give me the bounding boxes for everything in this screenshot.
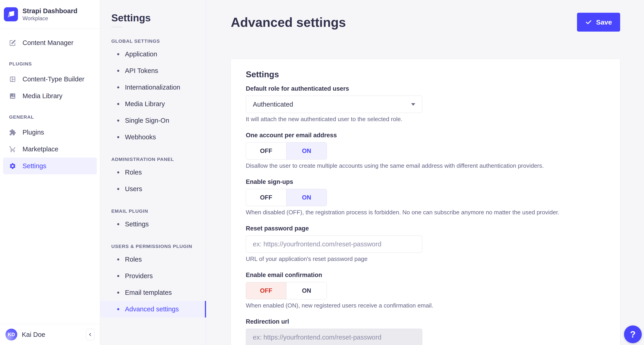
chevron-left-icon bbox=[88, 332, 93, 337]
subnav-item-media-library[interactable]: Media Library bbox=[100, 96, 206, 112]
field-enable-sign-ups: Enable sign-ups OFF ON When disabled (OF… bbox=[246, 178, 605, 216]
subnav-item-up-roles[interactable]: Roles bbox=[100, 251, 206, 268]
reset-password-page-input[interactable] bbox=[246, 235, 422, 253]
subnav-item-internationalization[interactable]: Internationalization bbox=[100, 79, 206, 96]
subnav-item-admin-roles[interactable]: Roles bbox=[100, 164, 206, 181]
bullet-icon bbox=[117, 103, 119, 105]
subnav-item-label: Email templates bbox=[125, 289, 172, 296]
subnav-item-email-settings[interactable]: Settings bbox=[100, 216, 206, 232]
brand-text: Strapi Dashboard Workplace bbox=[22, 7, 78, 22]
subnav-item-label: Advanced settings bbox=[125, 305, 179, 313]
sidebar-item-label: Content Manager bbox=[22, 39, 73, 47]
subnav-item-label: Roles bbox=[125, 169, 142, 176]
subnav-item-admin-users[interactable]: Users bbox=[100, 181, 206, 197]
toggle-off-option[interactable]: OFF bbox=[246, 282, 286, 299]
subnav-item-label: Roles bbox=[125, 256, 142, 263]
app-title: Strapi Dashboard bbox=[22, 7, 78, 15]
strapi-logo-icon bbox=[4, 7, 18, 21]
image-icon bbox=[9, 93, 16, 100]
field-description: URL of your application's reset password… bbox=[246, 255, 605, 262]
field-label: Default role for authenticated users bbox=[246, 85, 605, 93]
subnav-title: Settings bbox=[111, 13, 206, 23]
settings-subnav: Settings GLOBAL SETTINGS Application API… bbox=[100, 0, 206, 345]
sidebar-item-media-library[interactable]: Media Library bbox=[3, 88, 97, 104]
default-role-select[interactable]: Authenticated bbox=[246, 96, 422, 113]
subnav-divider bbox=[111, 27, 122, 27]
puzzle-icon bbox=[9, 129, 16, 136]
subnav-section-email-plugin: EMAIL PLUGIN bbox=[111, 208, 206, 214]
field-default-role: Default role for authenticated users Aut… bbox=[246, 85, 605, 123]
subnav-section-administration-panel: ADMINISTRATION PANEL bbox=[111, 156, 206, 162]
sidebar-item-settings[interactable]: Settings bbox=[3, 158, 97, 174]
user-menu[interactable]: KD Kai Doe bbox=[6, 329, 81, 340]
subnav-item-label: Providers bbox=[125, 272, 153, 280]
layout-grid-icon bbox=[9, 76, 16, 83]
user-name: Kai Doe bbox=[22, 331, 81, 338]
field-label: Enable sign-ups bbox=[246, 178, 605, 186]
toggle-on-option[interactable]: ON bbox=[286, 282, 327, 299]
bullet-icon bbox=[117, 70, 119, 72]
field-label: Redirection url bbox=[246, 318, 605, 325]
cart-icon bbox=[9, 146, 16, 153]
sidebar-item-label: Settings bbox=[22, 162, 46, 170]
main-nav: Content Manager PLUGINS Content-Type Bui… bbox=[0, 29, 100, 324]
subnav-item-webhooks[interactable]: Webhooks bbox=[100, 129, 206, 145]
subnav-item-application[interactable]: Application bbox=[100, 46, 206, 63]
sidebar-item-label: Content-Type Builder bbox=[22, 76, 84, 83]
bullet-icon bbox=[117, 258, 119, 260]
card-title: Settings bbox=[246, 69, 605, 80]
main-sidebar: Strapi Dashboard Workplace Content Manag… bbox=[0, 0, 100, 345]
sidebar-item-label: Plugins bbox=[22, 129, 44, 136]
page-title: Advanced settings bbox=[231, 14, 346, 30]
sidebar-item-label: Marketplace bbox=[22, 145, 58, 153]
sidebar-item-label: Media Library bbox=[22, 92, 62, 100]
subnav-item-single-sign-on[interactable]: Single Sign-On bbox=[100, 112, 206, 129]
toggle-off-option[interactable]: OFF bbox=[246, 143, 286, 159]
brand-link[interactable]: Strapi Dashboard Workplace bbox=[0, 0, 100, 29]
help-button[interactable]: ? bbox=[624, 325, 642, 343]
bullet-icon bbox=[117, 308, 119, 310]
sidebar-item-content-manager[interactable]: Content Manager bbox=[3, 34, 97, 51]
subnav-item-label: Users bbox=[125, 185, 142, 193]
settings-card: Settings Default role for authenticated … bbox=[231, 59, 620, 345]
bullet-icon bbox=[117, 171, 119, 173]
field-enable-email-confirmation: Enable email confirmation OFF ON When en… bbox=[246, 271, 605, 309]
page-header: Advanced settings Save bbox=[231, 13, 620, 32]
save-button[interactable]: Save bbox=[577, 13, 620, 32]
toggle-off-option[interactable]: OFF bbox=[246, 189, 286, 206]
subnav-item-label: Settings bbox=[125, 220, 149, 228]
gear-icon bbox=[9, 163, 16, 170]
subnav-item-label: Single Sign-On bbox=[125, 117, 169, 124]
field-description: It will attach the new authenticated use… bbox=[246, 116, 605, 123]
toggle-on-option[interactable]: ON bbox=[286, 189, 327, 206]
collapse-sidebar-button[interactable] bbox=[86, 329, 94, 340]
field-description: When enabled (ON), new registered users … bbox=[246, 302, 605, 309]
field-description: Disallow the user to create multiple acc… bbox=[246, 162, 605, 169]
select-value: Authenticated bbox=[253, 101, 293, 108]
sidebar-item-plugins[interactable]: Plugins bbox=[3, 124, 97, 141]
email-confirmation-toggle[interactable]: OFF ON bbox=[246, 282, 327, 299]
sidebar-footer: KD Kai Doe bbox=[0, 324, 100, 345]
save-button-label: Save bbox=[596, 19, 612, 26]
nav-section-plugins: PLUGINS bbox=[9, 61, 100, 67]
bullet-icon bbox=[117, 120, 119, 122]
subnav-section-users-permissions-plugin: USERS & PERMISSIONS PLUGIN bbox=[111, 243, 206, 249]
question-mark-icon: ? bbox=[630, 329, 636, 339]
sidebar-item-content-type-builder[interactable]: Content-Type Builder bbox=[3, 71, 97, 88]
subnav-item-api-tokens[interactable]: API Tokens bbox=[100, 63, 206, 79]
toggle-on-option[interactable]: ON bbox=[286, 143, 327, 159]
subnav-item-label: Media Library bbox=[125, 100, 165, 108]
field-reset-password-page: Reset password page URL of your applicat… bbox=[246, 225, 605, 262]
subnav-item-providers[interactable]: Providers bbox=[100, 268, 206, 284]
bullet-icon bbox=[117, 275, 119, 277]
workspace-name: Workplace bbox=[22, 15, 78, 22]
subnav-item-advanced-settings[interactable]: Advanced settings bbox=[100, 301, 206, 317]
subnav-item-email-templates[interactable]: Email templates bbox=[100, 284, 206, 301]
sidebar-item-marketplace[interactable]: Marketplace bbox=[3, 141, 97, 158]
subnav-section-global-settings: GLOBAL SETTINGS bbox=[111, 38, 206, 44]
one-account-toggle[interactable]: OFF ON bbox=[246, 142, 327, 160]
field-redirection-url: Redirection url bbox=[246, 318, 605, 345]
field-label: One account per email address bbox=[246, 132, 605, 139]
field-description: When disabled (OFF), the registration pr… bbox=[246, 209, 605, 216]
enable-sign-ups-toggle[interactable]: OFF ON bbox=[246, 189, 327, 206]
